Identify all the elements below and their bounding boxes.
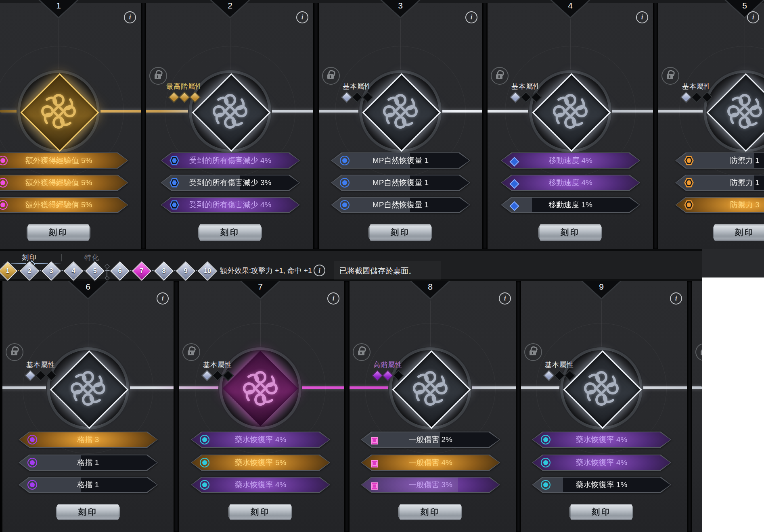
tier-indicator: 高階屬性 <box>362 360 414 380</box>
attribute-option-row[interactable]: 額外獲得經驗值 5% <box>0 175 128 191</box>
attribute-option-row[interactable]: 格擋 3 <box>19 432 158 448</box>
attribute-option-row[interactable]: 防禦力 3 <box>675 197 764 213</box>
imprint-button[interactable]: 刻印 <box>538 224 602 241</box>
nav-node-6[interactable]: 6 <box>110 261 130 281</box>
attribute-option-row[interactable]: 額外獲得經驗值 5% <box>0 197 128 213</box>
attribute-text: 受到的所有傷害減少 4% <box>161 152 300 169</box>
rune-emblem[interactable] <box>700 67 764 156</box>
info-icon[interactable]: i <box>157 292 169 305</box>
attribute-option-row[interactable]: 移動速度 4% <box>501 175 640 191</box>
column-divider <box>687 281 692 532</box>
celtic-knot-icon <box>40 93 77 129</box>
celtic-knot-icon <box>242 370 278 407</box>
nav-node-2[interactable]: 2 <box>20 261 39 281</box>
nav-node-number: 10 <box>201 265 214 277</box>
imprint-nav-strip: 刻印 特化 12345678910 額外效果:攻擊力 +1, 命中 +1 i 已… <box>0 249 702 281</box>
attribute-text: 藥水恢復率 4% <box>191 477 330 493</box>
info-icon[interactable]: i <box>670 292 682 305</box>
attribute-option-row[interactable]: 格擋 1 <box>19 477 158 493</box>
nav-node-4[interactable]: 4 <box>64 261 83 281</box>
attribute-option-row[interactable]: MP自然恢復量 1 <box>331 175 470 191</box>
attribute-option-row[interactable]: 格擋 1 <box>19 455 158 471</box>
tier-diamond-gold <box>189 92 201 103</box>
imprint-button[interactable]: 刻印 <box>569 504 633 520</box>
nav-node-8[interactable]: 8 <box>154 261 174 281</box>
blank-area <box>702 277 764 532</box>
nav-node-10[interactable]: 10 <box>198 261 217 281</box>
nav-node-5[interactable]: 5 <box>85 261 105 281</box>
attribute-option-row[interactable]: 移動速度 4% <box>501 152 640 169</box>
imprint-button[interactable]: 刻印 <box>198 224 262 241</box>
imprint-button[interactable]: 刻印 <box>368 224 432 241</box>
tier-diamonds <box>331 93 383 101</box>
imprint-button[interactable]: 刻印 <box>713 224 764 241</box>
circle-cyan-icon <box>541 435 550 444</box>
tier-diamond-black <box>691 92 702 103</box>
attribute-option-row[interactable]: MP自然恢復量 1 <box>331 197 470 213</box>
circle-cyan-icon <box>541 458 550 467</box>
rune-emblem[interactable] <box>14 67 103 156</box>
tier-diamond-gold <box>179 92 190 103</box>
attribute-option-row[interactable]: 移動速度 1% <box>501 197 640 213</box>
info-icon[interactable]: i <box>327 292 339 305</box>
info-icon[interactable]: i <box>296 11 308 23</box>
info-icon[interactable]: i <box>747 11 759 23</box>
tier-indicator: 最高階屬性 <box>158 82 211 101</box>
imprint-panel-top: 1 i 額外獲得經驗值 5% 額外獲得經驗值 5% 額外獲得經驗值 5% 刻印 <box>0 0 764 249</box>
tier-diamonds <box>670 93 723 101</box>
rune-emblem[interactable] <box>557 344 646 433</box>
nav-node-number: 5 <box>89 265 101 277</box>
attribute-option-row[interactable]: 藥水恢復率 4% <box>191 477 330 493</box>
info-icon[interactable]: i <box>465 11 477 23</box>
tab-specialize[interactable]: 特化 <box>68 253 116 262</box>
tier-diamond-purple <box>382 370 394 381</box>
imprint-button[interactable]: 刻印 <box>228 504 292 520</box>
tier-diamond-black <box>362 92 373 103</box>
nav-node-3[interactable]: 3 <box>42 261 61 281</box>
attribute-option-row[interactable]: 藥水恢復率 4% <box>532 455 671 471</box>
imprint-button[interactable]: 刻印 <box>56 504 120 520</box>
rune-emblem[interactable] <box>216 344 305 433</box>
tier-diamonds <box>533 371 586 380</box>
nav-node-1[interactable]: 1 <box>0 261 17 281</box>
nav-section-separator-icon <box>107 267 107 277</box>
extra-effect-info-icon[interactable]: i <box>314 265 325 276</box>
attribute-option-row[interactable]: 受到的所有傷害減少 3% <box>161 175 300 191</box>
celtic-knot-icon <box>552 93 588 129</box>
attribute-option-row[interactable]: 一般傷害 2% <box>361 432 500 448</box>
rune-emblem[interactable] <box>386 344 475 433</box>
rune-emblem[interactable] <box>186 67 274 156</box>
tier-diamond-black <box>393 370 404 381</box>
imprint-button[interactable]: 刻印 <box>398 504 462 520</box>
celtic-knot-icon <box>412 370 448 407</box>
info-icon[interactable]: i <box>499 292 511 305</box>
attribute-option-row[interactable]: 藥水恢復率 4% <box>532 432 671 448</box>
attribute-option-row[interactable]: 藥水恢復率 5% <box>191 455 330 471</box>
info-icon[interactable]: i <box>636 11 648 23</box>
attribute-option-row[interactable]: 防禦力 1 <box>675 152 764 169</box>
attribute-option-row[interactable]: 一般傷害 3% <box>361 477 500 493</box>
circle-cyan-icon <box>200 480 209 490</box>
column-divider <box>482 0 488 249</box>
rune-emblem[interactable] <box>356 67 445 156</box>
attribute-text: 格擋 3 <box>19 432 158 448</box>
attribute-option-row[interactable]: MP自然恢復量 1 <box>331 152 470 169</box>
rune-emblem[interactable] <box>526 67 615 156</box>
square-pink-icon <box>371 482 378 490</box>
rune-emblem[interactable] <box>44 344 132 433</box>
attribute-option-row[interactable]: 藥水恢復率 1% <box>532 477 671 493</box>
attribute-option-row[interactable]: 額外獲得經驗值 5% <box>0 152 128 169</box>
column-divider <box>141 0 146 249</box>
attribute-option-row[interactable]: 藥水恢復率 4% <box>191 432 330 448</box>
imprint-button[interactable]: 刻印 <box>27 224 90 241</box>
nav-node-7[interactable]: 7 <box>132 261 151 281</box>
celtic-knot-icon <box>583 370 620 407</box>
attribute-option-row[interactable]: 防禦力 1 <box>675 175 764 191</box>
attribute-option-row[interactable]: 受到的所有傷害減少 4% <box>161 152 300 169</box>
info-icon[interactable]: i <box>124 11 136 23</box>
column-divider <box>0 281 2 532</box>
nav-node-9[interactable]: 9 <box>176 261 195 281</box>
attribute-option-row[interactable]: 一般傷害 4% <box>361 455 500 471</box>
tab-imprint[interactable]: 刻印 <box>3 253 56 262</box>
attribute-option-row[interactable]: 受到的所有傷害減少 4% <box>161 197 300 213</box>
